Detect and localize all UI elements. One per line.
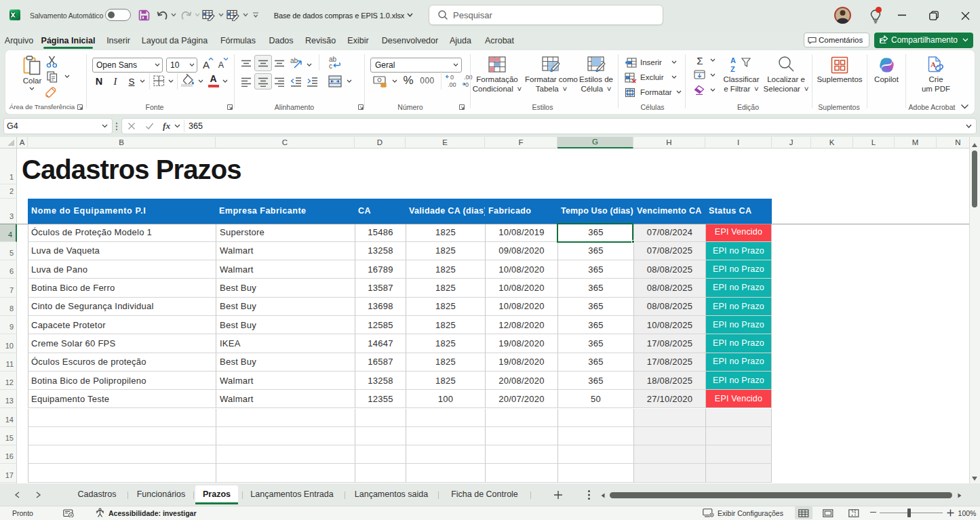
svg-text:A: A — [930, 60, 936, 68]
svg-text:Z: Z — [730, 65, 735, 73]
svg-text:c: c — [329, 62, 332, 69]
svg-text:A: A — [730, 56, 736, 64]
svg-text:ab: ab — [290, 57, 298, 64]
svg-text:0: 0 — [450, 74, 454, 81]
svg-text:.00: .00 — [448, 81, 456, 88]
